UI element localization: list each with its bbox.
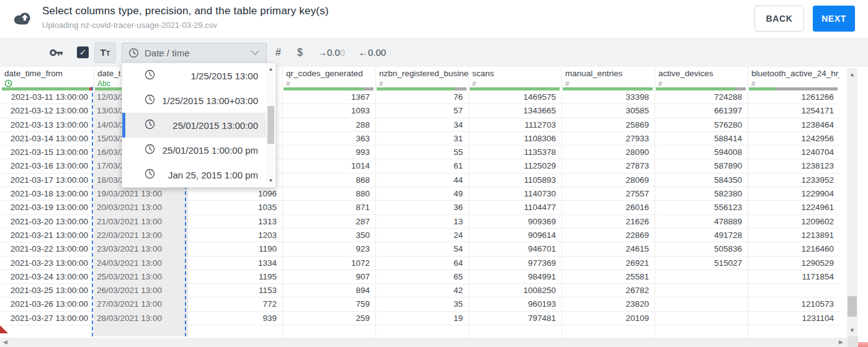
clock-icon bbox=[4, 79, 12, 88]
column-name: scans bbox=[472, 69, 562, 79]
currency-type-button[interactable]: $ bbox=[297, 38, 303, 67]
table-cell: 868 bbox=[283, 174, 375, 187]
date-format-option[interactable]: 1/25/2015 13:00 bbox=[122, 63, 266, 88]
table-cell: 28069 bbox=[562, 174, 655, 187]
column-header[interactable]: date_time_from bbox=[1, 67, 94, 87]
scroll-down-icon[interactable]: ▼ bbox=[847, 325, 857, 335]
table-cell: 923 bbox=[283, 242, 375, 256]
table-cell: 20109 bbox=[562, 312, 655, 325]
table-cell: 1093 bbox=[283, 104, 375, 118]
column-header[interactable]: manual_entries# bbox=[562, 67, 655, 87]
wizard-actions: BACK NEXT bbox=[754, 6, 855, 32]
back-button[interactable]: BACK bbox=[754, 6, 804, 32]
table-cell: 288 bbox=[283, 118, 375, 132]
column-name: qr_codes_generated bbox=[286, 69, 375, 79]
scroll-down-icon[interactable]: ▼ bbox=[266, 177, 275, 185]
column-name: nzbn_registered_busine bbox=[379, 69, 468, 79]
table-cell: 1008250 bbox=[469, 284, 562, 297]
column-enabled-checkbox[interactable]: ✓ bbox=[77, 46, 89, 58]
table-cell: 2021-03-20 13:00:00 bbox=[1, 215, 94, 229]
scroll-right-icon[interactable]: ▶ bbox=[839, 338, 843, 347]
table-cell: 1238123 bbox=[748, 159, 839, 173]
column-date_time_from: date_time_from2021-03-11 13:00:002021-03… bbox=[1, 67, 94, 336]
table-cell: 2021-03-16 13:00:00 bbox=[1, 159, 94, 173]
table-cell: 2021-03-24 13:00:00 bbox=[1, 270, 94, 284]
table-cell: 26782 bbox=[562, 284, 655, 297]
integer-type-button[interactable]: # bbox=[275, 38, 281, 67]
table-cell bbox=[655, 270, 748, 284]
decimal-decrease-button[interactable]: →0.00 bbox=[318, 38, 345, 67]
primary-key-icon[interactable] bbox=[50, 48, 64, 61]
table-cell: 2021-03-22 13:00:00 bbox=[1, 242, 94, 256]
clock-icon bbox=[145, 69, 155, 82]
date-format-option[interactable]: Jan 25, 2015 1:00 pm bbox=[122, 162, 266, 187]
table-cell: 1105893 bbox=[469, 174, 562, 187]
table-cell: 36 bbox=[376, 201, 468, 214]
horizontal-scrollbar-thumb[interactable] bbox=[858, 342, 868, 347]
date-format-option[interactable]: 25/01/2015 1:00:00 pm bbox=[122, 138, 266, 162]
table-cell: 13 bbox=[376, 215, 468, 229]
table-cell: 2021-03-14 13:00:00 bbox=[1, 132, 94, 146]
table-cell: 1233952 bbox=[748, 174, 839, 187]
text-type-button[interactable]: Tt bbox=[94, 42, 116, 63]
table-cell-empty bbox=[376, 325, 468, 336]
table-cell: 594008 bbox=[655, 146, 748, 159]
table-cell: 1195 bbox=[188, 270, 282, 284]
date-format-option[interactable]: 25/01/2015 13:00:00 bbox=[122, 113, 266, 138]
chevron-down-icon bbox=[251, 50, 259, 56]
column-type-label: # bbox=[379, 80, 383, 88]
table-cell: 2021-03-17 13:00:00 bbox=[1, 174, 94, 187]
column-name: date_time_from bbox=[4, 69, 94, 79]
table-cell bbox=[655, 284, 748, 297]
column-type-dropdown[interactable]: Date / time bbox=[122, 43, 267, 63]
column-type-value: Date / time bbox=[145, 48, 251, 58]
table-cell: 1224961 bbox=[748, 201, 839, 214]
dropdown-scrollbar-thumb[interactable] bbox=[267, 106, 274, 144]
column-type-label: # bbox=[751, 80, 755, 88]
table-cell: 1240704 bbox=[748, 146, 839, 159]
table-cell: 515027 bbox=[655, 257, 748, 270]
column-header[interactable]: nzbn_registered_busine# bbox=[376, 67, 468, 87]
table-cell: 909614 bbox=[469, 229, 562, 242]
next-button[interactable]: NEXT bbox=[813, 6, 855, 32]
column-header[interactable]: active_devices# bbox=[655, 67, 748, 87]
table-cell: 26016 bbox=[562, 201, 655, 214]
column-scans: scans#1469575134366511127031108306113537… bbox=[468, 67, 562, 336]
column-type-label: # bbox=[286, 80, 290, 88]
column-header[interactable]: scans# bbox=[469, 67, 562, 87]
table-cell-empty bbox=[562, 325, 655, 336]
table-cell-empty bbox=[283, 325, 375, 336]
table-cell: 49 bbox=[376, 187, 468, 201]
table-vertical-scrollbar[interactable]: ▲ ▼ bbox=[847, 68, 857, 336]
scroll-up-icon[interactable]: ▲ bbox=[847, 69, 857, 79]
upload-status-text: Uploading nz-covid-tracer-usage-2021-03-… bbox=[42, 20, 329, 30]
table-horizontal-scrollbar[interactable]: ◀ ▶ bbox=[0, 338, 848, 347]
selected-column-left-border bbox=[92, 87, 93, 336]
column-type-indicator: # bbox=[751, 79, 839, 88]
column-name: bluetooth_active_24_hr_ bbox=[751, 69, 839, 79]
table-cell: 19 bbox=[376, 312, 468, 325]
column-bluetooth_active_24_hr_: bluetooth_active_24_hr_#1261266125417112… bbox=[748, 67, 839, 336]
table-cell: 25581 bbox=[562, 270, 655, 284]
table-cell: 24/03/2021 13:00 bbox=[94, 257, 187, 270]
table-cell: 478889 bbox=[655, 215, 748, 229]
date-format-label: 1/25/2015 13:00 bbox=[155, 71, 266, 81]
scroll-left-icon[interactable]: ◀ bbox=[3, 338, 7, 347]
table-cell: 491728 bbox=[655, 229, 748, 242]
dropdown-scrollbar[interactable]: ▲ ▼ bbox=[266, 63, 275, 187]
decimal-increase-button[interactable]: ←0.00 bbox=[359, 38, 386, 67]
date-format-option[interactable]: 1/25/2015 13:00+03:00 bbox=[122, 88, 266, 113]
table-cell: 31 bbox=[376, 132, 468, 146]
vertical-scrollbar-thumb[interactable] bbox=[848, 296, 857, 317]
page-title: Select columns type, precision, and the … bbox=[42, 5, 329, 17]
scroll-up-icon[interactable]: ▲ bbox=[266, 65, 275, 74]
table-cell: 1125029 bbox=[469, 159, 562, 173]
column-qr_codes_generated: qr_codes_generated#136710932883639931014… bbox=[282, 67, 375, 336]
column-type-label: # bbox=[565, 80, 569, 88]
scrollbar-corner bbox=[848, 336, 858, 347]
column-header[interactable]: qr_codes_generated# bbox=[283, 67, 375, 87]
column-type-indicator: # bbox=[658, 79, 748, 88]
column-header[interactable]: bluetooth_active_24_hr_# bbox=[748, 67, 839, 87]
table-cell: 34 bbox=[376, 118, 468, 132]
table-cell: 76 bbox=[376, 90, 468, 104]
